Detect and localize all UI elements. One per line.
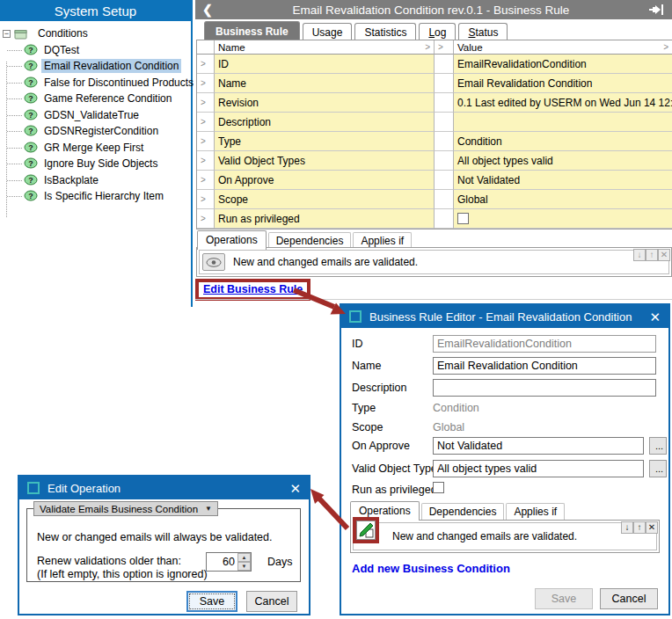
pin-icon[interactable] (649, 4, 665, 15)
tab-operations[interactable]: Operations (197, 230, 267, 250)
row-expander-cell[interactable]: > (197, 171, 215, 190)
delete-icon[interactable]: ✕ (646, 521, 658, 534)
run-as-privileged-checkbox[interactable] (457, 213, 469, 224)
table-row-scope: > Scope Global (197, 190, 672, 209)
scope-value: Global (433, 421, 464, 433)
row-expander-cell[interactable]: > (197, 74, 215, 93)
row-expander-cell[interactable]: > (197, 113, 215, 132)
separator-cell (435, 93, 454, 113)
move-down-icon[interactable]: ↓ (621, 521, 633, 534)
row-expander-icon[interactable]: > (201, 176, 206, 185)
days-spinner: ▲ ▼ (206, 552, 252, 572)
tree-item-gdsnregistercondition[interactable]: ? GDSNRegisterCondition (0, 123, 191, 140)
valid-object-types-field[interactable] (433, 460, 644, 477)
row-expander-cell[interactable]: > (197, 151, 215, 171)
tab-dependencies[interactable]: Dependencies (421, 503, 505, 521)
name-header-label: Name (218, 42, 245, 53)
edit-operation-button[interactable] (356, 521, 376, 540)
row-expander-cell[interactable]: > (197, 209, 215, 229)
svg-text:?: ? (28, 94, 33, 103)
separator-cell (435, 55, 454, 74)
cancel-button[interactable]: Cancel (246, 591, 297, 612)
row-expander-cell[interactable]: > (197, 190, 215, 209)
name-field[interactable] (433, 357, 656, 375)
separator-column-header[interactable]: > (435, 40, 454, 55)
table-row-on-approve: > On Approve Not Validated (197, 171, 672, 190)
condition-icon: ? (24, 76, 38, 89)
row-expander-icon[interactable]: > (201, 118, 206, 127)
row-expander-icon[interactable]: > (201, 215, 206, 223)
row-expander-icon[interactable]: > (201, 195, 206, 204)
condition-icon: ? (24, 190, 38, 202)
name-column-header[interactable]: Name> (215, 40, 435, 55)
add-new-business-condition-link[interactable]: Add new Business Condition (352, 562, 510, 575)
row-expander-icon[interactable]: > (201, 157, 206, 165)
property-name-cell: Name (215, 74, 435, 93)
move-up-icon[interactable]: ↑ (646, 249, 658, 261)
view-operation-button[interactable] (202, 253, 225, 271)
operation-item[interactable]: New and changed emails are validated. (199, 250, 669, 274)
row-expander-cell[interactable]: > (197, 132, 215, 151)
svg-text:?: ? (28, 159, 33, 168)
row-expander-cell[interactable]: > (197, 93, 215, 113)
row-expander-icon[interactable]: > (201, 60, 206, 69)
tree-item-false-for-discontinued-products[interactable]: ? False for Discontinued Products (0, 75, 191, 91)
sort-chevron-icon[interactable]: > (425, 43, 430, 52)
tree-item-is-specific-hierarchy-item[interactable]: ? Is Specific Hierarchy Item (0, 188, 191, 205)
tree-item-label: GR Merge Keep First (41, 141, 146, 155)
sort-chevron-icon[interactable]: > (438, 43, 443, 52)
spin-down-icon[interactable]: ▼ (237, 562, 251, 571)
table-row-description: > Description (197, 113, 672, 132)
tree-item-ignore-buy-side-objects[interactable]: ? Ignore Buy Side Objects (0, 156, 191, 172)
tree-item-email-revalidation-condition[interactable]: ? Email Revalidation Condition (0, 58, 191, 75)
save-button[interactable]: Save (186, 591, 237, 612)
cancel-button[interactable]: Cancel (600, 588, 658, 609)
table-row-valid-object-types: > Valid Object Types All object types va… (197, 151, 672, 171)
edit-pencil-icon (357, 521, 375, 539)
description-field[interactable] (433, 379, 656, 397)
condition-type-dropdown[interactable]: Validate Emails Business Condition ▼ (33, 501, 218, 516)
days-label: Days (267, 556, 292, 568)
tab-applies-if[interactable]: Applies if (506, 503, 565, 521)
tree-root-label: Conditions (35, 26, 91, 40)
sort-chevron-icon[interactable]: > (663, 43, 668, 52)
property-name-cell: Description (215, 113, 435, 132)
operation-controls: ↓ ↑ ✕ (633, 249, 670, 261)
move-down-icon[interactable]: ↓ (633, 249, 646, 261)
delete-icon[interactable]: ✕ (658, 249, 670, 261)
separator-cell (435, 209, 454, 229)
tree-item-dqtest[interactable]: ? DQTest (0, 42, 191, 59)
close-icon[interactable]: ✕ (649, 310, 661, 324)
valid-object-types-browse-button[interactable]: ... (649, 460, 667, 477)
spin-up-icon[interactable]: ▲ (237, 553, 251, 562)
row-expander-cell[interactable]: > (197, 55, 215, 74)
tree-item-label: Ignore Buy Side Objects (41, 157, 160, 171)
edit-business-rule-link[interactable]: Edit Business Rule (203, 283, 303, 295)
tree-item-isbackplate[interactable]: ? IsBackplate (0, 172, 191, 189)
save-button[interactable]: Save (535, 588, 593, 609)
move-up-icon[interactable]: ↑ (633, 521, 646, 534)
row-expander-icon[interactable]: > (201, 137, 206, 146)
run-as-privileged-checkbox[interactable] (433, 482, 444, 493)
tree-item-gr-merge-keep-first[interactable]: ? GR Merge Keep First (0, 140, 191, 157)
id-field[interactable] (433, 335, 656, 353)
run-as-privileged-label: Run as privileged (352, 484, 437, 496)
row-expander-icon[interactable]: > (201, 98, 206, 107)
tree-item-game-reference-condition[interactable]: ? Game Reference Condition (0, 91, 191, 107)
value-column-header[interactable]: Value> (454, 40, 672, 55)
back-icon[interactable]: ❮ (202, 3, 213, 17)
tree-root-conditions[interactable]: − Conditions (0, 25, 191, 42)
property-value-cell: Global (454, 190, 672, 209)
tree-item-gdsn-validatetrue[interactable]: ? GDSN_ValidateTrue (0, 107, 191, 124)
on-approve-browse-button[interactable]: ... (649, 437, 667, 455)
collapse-expander-icon[interactable]: − (3, 30, 11, 38)
row-expander-icon[interactable]: > (201, 79, 206, 88)
days-input[interactable] (207, 553, 237, 571)
close-icon[interactable]: ✕ (289, 482, 301, 495)
header-expander-cell (197, 40, 215, 55)
on-approve-field[interactable] (433, 437, 644, 455)
value-header-label: Value (457, 42, 483, 53)
system-setup-title: System Setup (0, 0, 191, 21)
condition-icon: ? (24, 142, 38, 154)
operation-item[interactable]: New and changed emails are validated. (353, 522, 657, 550)
